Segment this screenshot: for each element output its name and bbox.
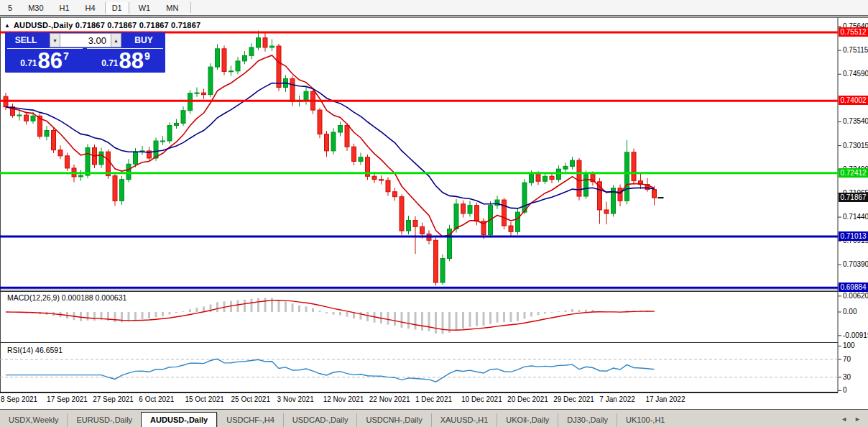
candle-body	[175, 123, 179, 125]
timeframe-button-mn[interactable]: MN	[160, 2, 185, 14]
candle-body	[243, 55, 247, 61]
candle-body	[31, 116, 35, 121]
candle-body	[290, 79, 295, 102]
candle-body	[229, 71, 234, 72]
volume-increase-button[interactable]: ▲	[111, 33, 121, 47]
candle-body	[407, 220, 411, 231]
candle-body	[352, 147, 356, 161]
timeframe-button-h1[interactable]: H1	[53, 2, 76, 14]
date-axis-label: 17 Jan 2022	[645, 395, 685, 403]
candle-body	[65, 156, 70, 168]
price-level-badge: 0.72412	[839, 168, 868, 178]
rsi-label: RSI(14) 46.6591	[7, 346, 63, 354]
buy-price-pip: 9	[144, 50, 150, 62]
date-axis-label: 8 Sep 2021	[1, 395, 37, 403]
buy-price-prefix: 0.71	[101, 58, 118, 68]
tab-scroll-left-icon[interactable]: ◄	[841, 415, 847, 423]
chart-tab-bar: USDX,WeeklyEURUSD-,DailyAUDUSD-,DailyUSD…	[0, 409, 868, 427]
candle-body	[113, 176, 117, 201]
buy-button[interactable]: BUY	[122, 32, 165, 48]
candle-body	[359, 157, 363, 162]
date-axis-label: 1 Dec 2021	[415, 395, 452, 403]
candle-body	[17, 115, 22, 116]
chart-tab-xauusd-h1[interactable]: XAUUSD-,H1	[431, 413, 497, 427]
tab-scroll-arrows: ◄►	[841, 415, 868, 427]
date-axis-label: 17 Sep 2021	[47, 395, 88, 403]
volume-decrease-button[interactable]: ▼	[50, 33, 60, 47]
candle-body	[126, 164, 131, 179]
candle-body	[86, 147, 90, 175]
chart-tab-ukoil-daily[interactable]: UKOil-,Daily	[497, 413, 558, 427]
candle-body	[420, 226, 425, 234]
candle-body	[400, 197, 404, 231]
candle-body	[249, 47, 254, 55]
price-axis-label: 0.74590	[843, 70, 868, 78]
candle-body	[52, 130, 56, 150]
candle-body	[516, 212, 520, 231]
chart-tab-usdcnh-daily[interactable]: USDCNH-,Daily	[356, 413, 430, 427]
timeframe-button-5[interactable]: 5	[1, 2, 19, 14]
candle-body	[99, 152, 103, 165]
candle-body	[386, 180, 390, 192]
sell-button[interactable]: SELL	[5, 32, 47, 48]
candle-body	[379, 180, 384, 180]
trading-terminal: 5M30H1H4D1W1MN ▲ AUDUSD-,Daily 0.71867 0…	[0, 0, 868, 427]
candle-body	[393, 192, 397, 197]
price-axis-label: 0.70390	[843, 260, 868, 268]
date-axis-label: 22 Nov 2021	[369, 395, 410, 403]
rsi-axis-label: 0	[843, 386, 847, 394]
candle-body	[434, 240, 438, 283]
price-axis-label: 0.73015	[843, 142, 868, 150]
chart-tab-dj30-daily[interactable]: DJ30-,Daily	[558, 413, 617, 427]
date-axis-label: 29 Dec 2021	[553, 395, 594, 403]
candle-body	[502, 200, 507, 226]
candle-body	[222, 49, 226, 72]
candle-body	[550, 176, 554, 179]
timeframe-button-d1[interactable]: D1	[105, 2, 129, 14]
macd-axis-label: -0.009197	[843, 331, 868, 339]
candle-body	[120, 180, 124, 201]
date-axis-label: 25 Oct 2021	[231, 395, 270, 403]
candle-body	[604, 210, 609, 214]
price-axis-label: 0.73540	[843, 117, 868, 125]
date-axis-label: 15 Oct 2021	[185, 395, 223, 403]
chart-tab-uk100-h1[interactable]: UK100-,H1	[617, 413, 673, 427]
timeframe-button-h4[interactable]: H4	[79, 2, 102, 14]
candle-body	[522, 183, 527, 212]
candle-body	[270, 46, 274, 47]
candle-body	[195, 93, 199, 93]
chart-tab-usdx-weekly[interactable]: USDX,Weekly	[0, 413, 67, 427]
volume-input[interactable]: 3.00	[60, 33, 111, 47]
candle-body	[584, 175, 588, 196]
buy-price-main: 88	[119, 51, 144, 70]
chart-tab-usdchf-h4[interactable]: USDCHF-,H4	[217, 413, 283, 427]
one-click-trade-panel: SELL ▼ 3.00 ▲ BUY 0.71 86 7 0.71 88 9	[5, 32, 165, 73]
timeframe-button-m30[interactable]: M30	[22, 2, 50, 14]
chart-tab-eurusd-daily[interactable]: EURUSD-,Daily	[67, 413, 141, 427]
buy-price[interactable]: 0.71 88 9	[86, 50, 165, 72]
timeframe-button-w1[interactable]: W1	[132, 2, 157, 14]
one-click-toggle-icon[interactable]: ▲	[4, 22, 10, 29]
volume-stepper: ▼ 3.00 ▲	[50, 33, 121, 47]
sell-price[interactable]: 0.71 86 7	[5, 50, 84, 72]
chart-tab-audusd-daily[interactable]: AUDUSD-,Daily	[141, 412, 217, 427]
candle-body	[530, 175, 534, 183]
candle-body	[167, 126, 172, 141]
candle-body	[571, 160, 575, 166]
candle-body	[58, 150, 63, 156]
macd-label: MACD(12,26,9) 0.000188 0.000631	[7, 293, 126, 302]
date-axis-label: 12 Nov 2021	[323, 395, 364, 403]
tab-scroll-right-icon[interactable]: ►	[854, 415, 861, 423]
candle-body	[263, 38, 267, 47]
candle-body	[454, 204, 458, 229]
candle-body	[325, 134, 329, 151]
candle-body	[536, 175, 540, 181]
candle-body	[236, 61, 240, 71]
rsi-axis-label: 30	[843, 373, 851, 381]
chart-tab-usdcad-daily[interactable]: USDCAD-,Daily	[283, 413, 357, 427]
chart-window: ▲ AUDUSD-,Daily 0.71867 0.71867 0.71867 …	[0, 17, 868, 408]
rsi-line	[6, 359, 655, 382]
candle-body	[202, 93, 206, 95]
macd-signal-line	[6, 300, 655, 330]
candle-body	[338, 126, 343, 132]
